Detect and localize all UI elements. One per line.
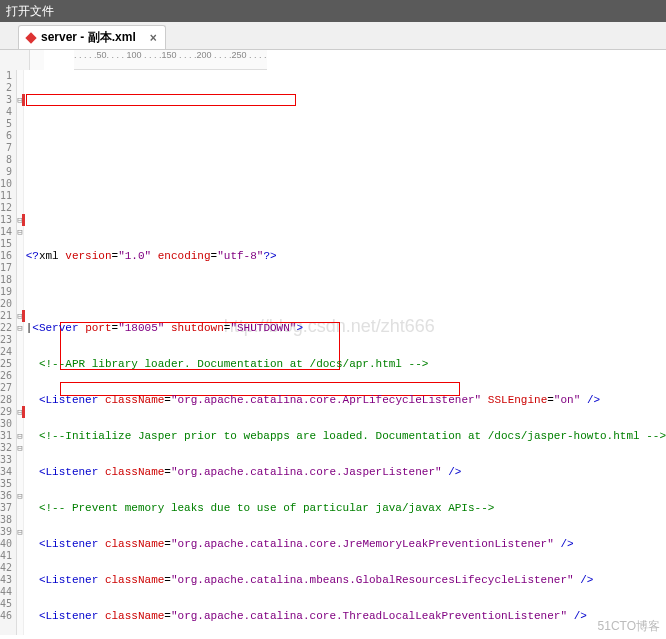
file-tab[interactable]: server - 副本.xml × — [18, 25, 166, 49]
ruler-marks: . . . . .50. . . . 100 . . . .150 . . . … — [74, 50, 267, 60]
footer-watermark: 51CTO博客 — [598, 618, 660, 635]
tab-bar: server - 副本.xml × — [0, 22, 666, 50]
tab-label: server - 副本.xml — [41, 30, 136, 44]
line-number-gutter: 12345678910 11121314151617181920 2122232… — [0, 70, 17, 635]
xml-file-icon — [25, 32, 36, 43]
window-titlebar: 打开文件 — [0, 0, 666, 22]
code-content[interactable]: http://blog.csdn.net/zht666 <?xml versio… — [24, 70, 666, 635]
close-icon[interactable]: × — [150, 31, 157, 45]
ruler-row: . . . . .50. . . . 100 . . . .150 . . . … — [0, 50, 666, 70]
horizontal-ruler: . . . . .50. . . . 100 . . . .150 . . . … — [74, 50, 267, 70]
window-title: 打开文件 — [6, 4, 54, 18]
fold-column[interactable]: ⊟ ⊟⊟ ⊟⊟⊟ ⊟⊟⊟⊟ — [17, 70, 24, 635]
code-editor[interactable]: 12345678910 11121314151617181920 2122232… — [0, 70, 666, 635]
highlight-box-server — [26, 94, 296, 106]
